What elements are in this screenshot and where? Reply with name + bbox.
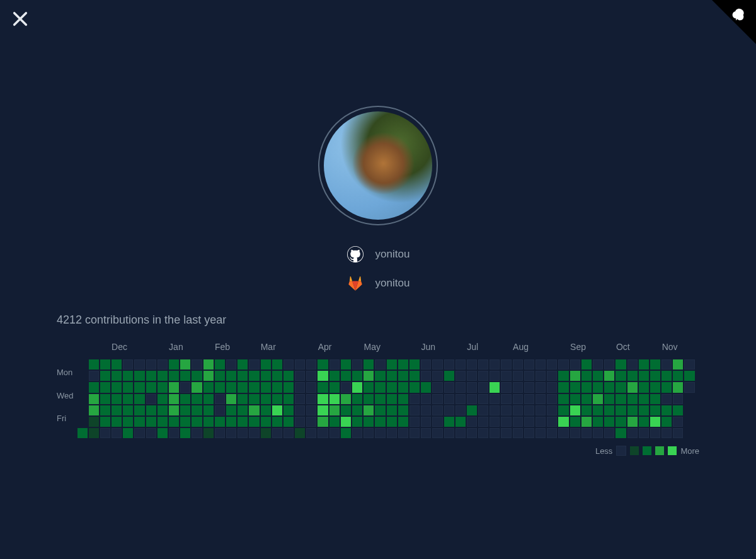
heatmap-day[interactable] [547, 382, 557, 392]
heatmap-day[interactable] [524, 371, 534, 381]
heatmap-day[interactable] [226, 371, 236, 381]
heatmap-day[interactable] [284, 382, 294, 392]
heatmap-day[interactable] [341, 394, 351, 404]
heatmap-day[interactable] [639, 405, 649, 415]
heatmap-day[interactable] [558, 428, 568, 438]
heatmap-day[interactable] [432, 405, 442, 415]
heatmap-day[interactable] [432, 382, 442, 392]
heatmap-day[interactable] [581, 405, 592, 415]
heatmap-day[interactable] [238, 394, 248, 404]
heatmap-day[interactable] [398, 417, 408, 427]
heatmap-day[interactable] [650, 394, 660, 404]
heatmap-day[interactable] [89, 405, 99, 415]
heatmap-day[interactable] [180, 382, 190, 392]
heatmap-day[interactable] [284, 417, 294, 427]
heatmap-day[interactable] [684, 382, 694, 392]
heatmap-day[interactable] [261, 371, 271, 381]
heatmap-day[interactable] [581, 394, 592, 404]
heatmap-day[interactable] [261, 405, 271, 415]
heatmap-day[interactable] [570, 359, 580, 370]
heatmap-day[interactable] [547, 428, 557, 438]
heatmap-day[interactable] [410, 405, 420, 415]
heatmap-day[interactable] [650, 359, 660, 370]
heatmap-day[interactable] [284, 394, 294, 404]
heatmap-day[interactable] [249, 382, 259, 392]
heatmap-day[interactable] [547, 371, 557, 381]
heatmap-day[interactable] [123, 405, 133, 415]
heatmap-day[interactable] [673, 371, 683, 381]
heatmap-day[interactable] [604, 405, 614, 415]
heatmap-day[interactable] [341, 417, 351, 427]
heatmap-day[interactable] [558, 359, 568, 370]
heatmap-day[interactable] [77, 428, 88, 438]
heatmap-day[interactable] [604, 394, 614, 404]
heatmap-day[interactable] [421, 428, 431, 438]
heatmap-day[interactable] [536, 405, 546, 415]
heatmap-day[interactable] [284, 428, 294, 438]
heatmap-day[interactable] [249, 359, 259, 370]
heatmap-day[interactable] [192, 405, 202, 415]
heatmap-day[interactable] [478, 382, 488, 392]
heatmap-day[interactable] [536, 428, 546, 438]
heatmap-day[interactable] [112, 359, 122, 370]
heatmap-day[interactable] [146, 428, 156, 438]
heatmap-day[interactable] [261, 417, 271, 427]
heatmap-day[interactable] [318, 382, 328, 392]
heatmap-day[interactable] [364, 382, 374, 392]
heatmap-day[interactable] [341, 382, 351, 392]
heatmap-day[interactable] [627, 394, 638, 404]
heatmap-day[interactable] [444, 394, 454, 404]
heatmap-day[interactable] [169, 394, 179, 404]
heatmap-day[interactable] [100, 417, 110, 427]
heatmap-day[interactable] [616, 405, 626, 415]
heatmap-day[interactable] [501, 394, 511, 404]
heatmap-day[interactable] [593, 417, 603, 427]
heatmap-day[interactable] [581, 428, 592, 438]
heatmap-day[interactable] [203, 405, 214, 415]
heatmap-day[interactable] [604, 371, 614, 381]
heatmap-day[interactable] [112, 371, 122, 381]
heatmap-day[interactable] [249, 428, 259, 438]
heatmap-day[interactable] [513, 417, 523, 427]
heatmap-day[interactable] [192, 394, 202, 404]
heatmap-day[interactable] [134, 417, 144, 427]
heatmap-day[interactable] [490, 394, 500, 404]
heatmap-day[interactable] [513, 428, 523, 438]
heatmap-day[interactable] [272, 405, 282, 415]
heatmap-day[interactable] [192, 359, 202, 370]
heatmap-day[interactable] [306, 382, 316, 392]
heatmap-day[interactable] [123, 417, 133, 427]
heatmap-day[interactable] [662, 405, 672, 415]
heatmap-day[interactable] [455, 417, 466, 427]
heatmap-day[interactable] [421, 359, 431, 370]
heatmap-day[interactable] [192, 371, 202, 381]
heatmap-day[interactable] [226, 417, 236, 427]
heatmap-day[interactable] [89, 382, 99, 392]
heatmap-day[interactable] [524, 382, 534, 392]
heatmap-day[interactable] [341, 428, 351, 438]
close-button[interactable] [11, 10, 30, 29]
heatmap-day[interactable] [650, 405, 660, 415]
heatmap-day[interactable] [444, 428, 454, 438]
heatmap-day[interactable] [627, 359, 638, 370]
heatmap-day[interactable] [650, 428, 660, 438]
heatmap-day[interactable] [467, 405, 477, 415]
heatmap-day[interactable] [215, 382, 225, 392]
heatmap-day[interactable] [478, 394, 488, 404]
heatmap-day[interactable] [158, 359, 168, 370]
heatmap-day[interactable] [581, 382, 592, 392]
heatmap-day[interactable] [238, 382, 248, 392]
heatmap-day[interactable] [238, 428, 248, 438]
heatmap-day[interactable] [375, 359, 385, 370]
heatmap-day[interactable] [673, 394, 683, 404]
heatmap-day[interactable] [169, 405, 179, 415]
heatmap-day[interactable] [410, 417, 420, 427]
heatmap-day[interactable] [375, 417, 385, 427]
heatmap-day[interactable] [169, 428, 179, 438]
heatmap-day[interactable] [318, 359, 328, 370]
heatmap-day[interactable] [375, 382, 385, 392]
heatmap-day[interactable] [180, 359, 190, 370]
heatmap-day[interactable] [455, 405, 466, 415]
heatmap-day[interactable] [673, 417, 683, 427]
heatmap-day[interactable] [639, 371, 649, 381]
